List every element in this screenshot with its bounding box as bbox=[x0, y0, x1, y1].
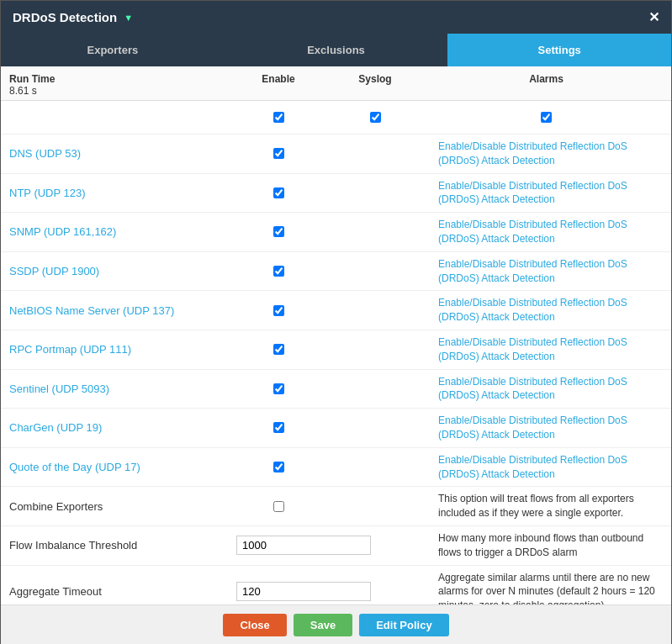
enable-checkbox[interactable] bbox=[273, 226, 284, 237]
col-header-syslog: Syslog bbox=[320, 73, 430, 97]
enable-checkbox[interactable] bbox=[273, 187, 284, 198]
row-label: DNS (UDP 53) bbox=[9, 147, 236, 160]
modal: DRDoS Detection ▼ ✕ Exporters Exclusions… bbox=[0, 0, 672, 644]
enable-cell bbox=[236, 305, 320, 316]
row-label: Quote of the Day (UDP 17) bbox=[9, 461, 236, 473]
aggregate-timeout-row: Aggregate Timeout Aggregate similar alar… bbox=[1, 566, 671, 604]
flow-imbalance-description: How many more inbound flows than outboun… bbox=[430, 531, 663, 560]
global-syslog-checkbox[interactable] bbox=[370, 112, 381, 123]
dropdown-arrow-icon[interactable]: ▼ bbox=[124, 13, 133, 23]
description-cell: Enable/Disable Distributed Reflection Do… bbox=[430, 375, 663, 404]
flow-imbalance-input-cell bbox=[236, 536, 430, 555]
row-label: NetBIOS Name Server (UDP 137) bbox=[9, 304, 236, 317]
row-label: RPC Portmap (UDP 111) bbox=[9, 343, 236, 356]
enable-checkbox[interactable] bbox=[273, 148, 284, 159]
description-cell: Enable/Disable Distributed Reflection Do… bbox=[430, 179, 663, 208]
flow-imbalance-label: Flow Imbalance Threshold bbox=[9, 539, 236, 552]
row-label: SNMP (UDP 161,162) bbox=[9, 225, 236, 238]
save-button[interactable]: Save bbox=[294, 614, 352, 636]
column-headers: Run Time 8.61 s Enable Syslog Alarms bbox=[1, 66, 671, 101]
enable-cell bbox=[236, 187, 320, 198]
aggregate-timeout-description: Aggregate similar alarms until there are… bbox=[430, 571, 663, 604]
enable-cell bbox=[236, 383, 320, 394]
tab-exclusions[interactable]: Exclusions bbox=[225, 34, 448, 66]
global-enable-checkbox[interactable] bbox=[273, 112, 284, 123]
content-area: Run Time 8.61 s Enable Syslog Alarms DNS… bbox=[1, 66, 671, 604]
table-row: SNMP (UDP 161,162) Enable/Disable Distri… bbox=[1, 213, 671, 252]
enable-cell bbox=[236, 462, 320, 472]
aggregate-timeout-input-cell bbox=[236, 582, 430, 601]
enable-cell bbox=[236, 266, 320, 277]
close-button[interactable]: Close bbox=[223, 614, 286, 636]
modal-footer: Close Save Edit Policy bbox=[1, 604, 671, 644]
table-row: Quote of the Day (UDP 17) Enable/Disable… bbox=[1, 448, 671, 488]
enable-checkbox[interactable] bbox=[273, 501, 284, 512]
table-row: NTP (UDP 123) Enable/Disable Distributed… bbox=[1, 174, 671, 214]
enable-checkbox[interactable] bbox=[273, 462, 284, 472]
enable-cell bbox=[236, 148, 320, 159]
col-header-name: Run Time 8.61 s bbox=[9, 73, 236, 97]
enable-cell bbox=[236, 501, 320, 512]
flow-imbalance-input[interactable] bbox=[236, 536, 371, 555]
aggregate-timeout-label: Aggregate Timeout bbox=[9, 585, 236, 598]
tab-bar: Exporters Exclusions Settings bbox=[1, 34, 671, 66]
description-cell: Enable/Disable Distributed Reflection Do… bbox=[430, 140, 663, 168]
table-row: CharGen (UDP 19) Enable/Disable Distribu… bbox=[1, 409, 671, 448]
row-label: SSDP (UDP 1900) bbox=[9, 265, 236, 277]
edit-policy-button[interactable]: Edit Policy bbox=[359, 614, 448, 636]
global-alarms-checkbox[interactable] bbox=[541, 112, 552, 123]
global-enable-row bbox=[1, 101, 671, 135]
table-row: Sentinel (UDP 5093) Enable/Disable Distr… bbox=[1, 370, 671, 409]
description-cell: Enable/Disable Distributed Reflection Do… bbox=[430, 453, 663, 482]
table-row: SSDP (UDP 1900) Enable/Disable Distribut… bbox=[1, 252, 671, 292]
modal-header: DRDoS Detection ▼ ✕ bbox=[1, 1, 671, 34]
enable-cell bbox=[236, 226, 320, 237]
table-row: DNS (UDP 53) Enable/Disable Distributed … bbox=[1, 135, 671, 174]
close-icon[interactable]: ✕ bbox=[648, 9, 659, 25]
global-syslog-cell bbox=[320, 112, 430, 123]
row-label: NTP (UDP 123) bbox=[9, 187, 236, 199]
description-cell: Enable/Disable Distributed Reflection Do… bbox=[430, 218, 663, 246]
col-header-enable: Enable bbox=[236, 73, 320, 97]
flow-imbalance-row: Flow Imbalance Threshold How many more i… bbox=[1, 526, 671, 566]
enable-checkbox[interactable] bbox=[273, 266, 284, 277]
col-header-alarms: Alarms bbox=[430, 73, 663, 97]
tab-settings[interactable]: Settings bbox=[447, 34, 671, 66]
enable-checkbox[interactable] bbox=[273, 422, 284, 433]
tab-exporters[interactable]: Exporters bbox=[1, 34, 225, 66]
aggregate-timeout-input[interactable] bbox=[236, 582, 371, 601]
global-enable-cell bbox=[236, 112, 320, 123]
enable-checkbox[interactable] bbox=[273, 305, 284, 316]
table-row: Combine Exporters This option will treat… bbox=[1, 487, 671, 526]
enable-checkbox[interactable] bbox=[273, 344, 284, 355]
description-cell: Enable/Disable Distributed Reflection Do… bbox=[430, 335, 663, 364]
description-cell: Enable/Disable Distributed Reflection Do… bbox=[430, 414, 663, 442]
table-row: NetBIOS Name Server (UDP 137) Enable/Dis… bbox=[1, 291, 671, 330]
description-cell: This option will treat flows from all ex… bbox=[430, 492, 663, 520]
row-label: CharGen (UDP 19) bbox=[9, 421, 236, 434]
row-label: Sentinel (UDP 5093) bbox=[9, 383, 236, 395]
modal-title: DRDoS Detection bbox=[13, 10, 117, 24]
table-row: RPC Portmap (UDP 111) Enable/Disable Dis… bbox=[1, 330, 671, 370]
global-alarms-cell bbox=[430, 112, 663, 123]
description-cell: Enable/Disable Distributed Reflection Do… bbox=[430, 257, 663, 286]
row-label: Combine Exporters bbox=[9, 500, 236, 513]
enable-cell bbox=[236, 422, 320, 433]
enable-cell bbox=[236, 344, 320, 355]
description-cell: Enable/Disable Distributed Reflection Do… bbox=[430, 296, 663, 325]
enable-checkbox[interactable] bbox=[273, 383, 284, 394]
modal-header-left: DRDoS Detection ▼ bbox=[13, 10, 133, 24]
